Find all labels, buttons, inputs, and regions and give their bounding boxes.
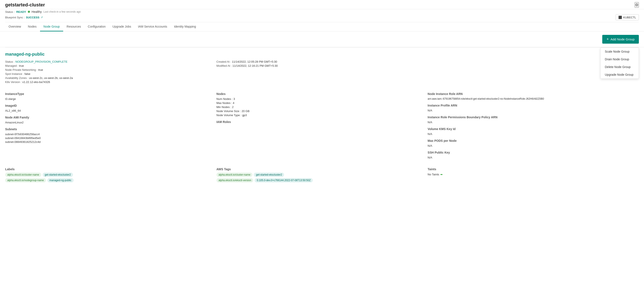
aws-tags-tag-row-2: alpha.eksctl.io/eksctl-version 0.105.0-d… [216,178,424,182]
node-group-header: managed-ng-public [5,52,639,57]
dropdown-delete-node-group[interactable]: Delete Node Group [600,63,639,71]
tab-nodes[interactable]: Nodes [24,22,40,31]
tab-identity-mapping[interactable]: Identity Mapping [171,22,200,31]
spot-instance-label: Spot Instance : [5,72,24,75]
status-info-row: Status : NODEGROUP_PROVISION_COMPLETE [5,60,213,63]
k8s-version-value: v1.22.12-eks-ba74326 [22,80,50,84]
cluster-title: getstarted-cluster [5,2,45,8]
tab-configuration[interactable]: Configuration [84,22,109,31]
status-value: READY [16,10,26,13]
aws-tag-chip-1: get-started-ekscluster2 [254,173,284,177]
node-ami-family-section-title: Node AMI Family [5,116,213,119]
node-volume-size-label: Node Volume Size : [216,109,241,113]
labels-section: Labels alpha.eksctl.io/cluster-name get-… [5,164,639,182]
label-chip-ng-0: alpha.eksctl.io/nodegroup-name [5,178,46,182]
instance-profile-arn-title: Instance Profile ARN [428,104,636,107]
external-link-icon[interactable]: ↗ [41,16,43,19]
managed-info-row: Managed : true [5,64,213,67]
labels-col: Labels alpha.eksctl.io/cluster-name get-… [5,164,216,182]
healthy-text: Healthy [32,10,42,13]
gear-button[interactable]: ⚙ [634,2,639,8]
node-volume-type-label: Node Volume Type : [216,114,242,117]
terminal-icon: ⬛ [618,16,622,19]
labels-section-title: Labels [5,167,213,171]
spot-instance-row: Spot Instance : false [5,72,213,75]
node-private-networking-value: true [38,68,43,71]
checkin-text: Last check-in a few seconds ago [44,10,81,13]
node-volume-size-row: Node Volume Size : 20 GB [216,109,424,113]
taints-progress-bar [440,174,442,175]
blueprint-label: Blueprint Sync : [5,16,24,19]
ssh-public-key-value: N/A [428,156,636,159]
image-id-section-title: ImageID [5,104,213,107]
kubectl-button[interactable]: ⬛ KUBECTL [616,14,639,20]
main-content: managed-ng-public Status : NODEGROUP_PRO… [0,47,644,191]
created-at-label: Created At : [216,60,231,63]
iam-roles-section-title: IAM Roles [216,120,424,124]
max-nodes-label: Max Nodes : [216,101,232,105]
modified-at-label: Modified At : [216,64,232,67]
instance-role-permissions-value: N/A [428,121,636,124]
tab-overview[interactable]: Overview [5,22,24,31]
max-pods-value: N/A [428,144,636,147]
aws-tags-tag-row: alpha.eksctl.io/cluster-name get-started… [216,173,424,177]
node-group-info-section: Status : NODEGROUP_PROVISION_COMPLETE Ma… [5,60,639,84]
right-detail-col: Node Instance Role ARN arn:aws:iam::6791… [428,89,639,160]
node-private-networking-label: Node Private Networking : [5,68,38,71]
blueprint-row: Blueprint Sync : SUCCESS ↗ ⬛ KUBECTL [0,14,644,22]
no-taints-row: No Taints [428,173,442,176]
k8s-version-row: K8s Version : v1.22.12-eks-ba74326 [5,80,213,84]
created-at-row: Created At : 11/14/2022, 12:05:28 PM GMT… [216,60,424,63]
left-detail-col: InstanceType t3.xlarge ImageID AL2_x86_6… [5,89,216,160]
info-col-middle: Created At : 11/14/2022, 12:05:28 PM GMT… [216,60,428,84]
min-nodes-row: Min Nodes : 2 [216,105,424,109]
node-volume-type-value: gp3 [242,114,247,117]
blueprint-status[interactable]: SUCCESS [26,16,40,19]
taints-section-title: Taints [428,167,636,171]
max-pods-title: Max PODS per Node [428,139,636,142]
tab-upgrade-jobs[interactable]: Upgrade Jobs [109,22,134,31]
add-node-group-button[interactable]: + Add Node Group [602,35,639,44]
dropdown-scale-node-group[interactable]: Scale Node Group [600,48,639,55]
status-info-value: NODEGROUP_PROVISION_COMPLETE [16,60,68,63]
az-row: Availability Zones : us-west-2c, us-west… [5,76,213,80]
tab-node-group[interactable]: Node Group [40,22,63,31]
az-value: us-west-2c, us-west-2b, us-west-2a [29,76,73,80]
dropdown-upgrade-node-group[interactable]: Upgrade Node Group [600,71,639,78]
node-private-networking-row: Node Private Networking : true [5,68,213,71]
managed-label: Managed : [5,64,18,67]
status-label: Status : [5,10,14,13]
node-instance-role-arn-title: Node Instance Role ARN [428,92,636,96]
labels-tag-row: alpha.eksctl.io/cluster-name get-started… [5,173,213,177]
volume-kms-key-title: Volume KMS Key Id [428,127,636,131]
node-ami-family-value: AmazonLinux2 [5,121,213,124]
nodes-detail-col: Nodes Num Nodes : 3 Max Nodes : 4 Min No… [216,89,428,160]
status-info-label: Status : [5,60,14,63]
dropdown-menu: Scale Node Group Drain Node Group Delete… [600,47,639,79]
tab-iam-service-accounts[interactable]: IAM Service Accounts [134,22,170,31]
aws-tags-section-title: AWS Tags [216,167,424,171]
app-header: getstarted-cluster ⚙ [0,0,644,9]
add-node-group-label: Add Node Group [610,37,634,41]
taints-col: Taints No Taints [428,164,639,182]
dropdown-drain-node-group[interactable]: Drain Node Group [600,55,639,63]
num-nodes-value: 3 [233,97,235,100]
tab-resources[interactable]: Resources [63,22,84,31]
node-group-title: managed-ng-public [5,52,44,57]
ssh-public-key-title: SSH Public Key [428,151,636,154]
subnet-1: subnet-09416843b895ed5e0 [5,136,213,140]
instance-role-permissions-title: Instance Role Permissions Boundary Polic… [428,115,636,119]
min-nodes-label: Min Nodes : [216,105,231,109]
spot-instance-value: false [24,72,30,75]
label-chip-0: alpha.eksctl.io/cluster-name [5,173,41,177]
node-volume-type-row: Node Volume Type : gp3 [216,114,424,117]
volume-kms-key-value: N/A [428,132,636,136]
node-volume-size-value: 20 GB [242,109,250,113]
health-dot-icon [28,11,30,13]
label-chip-1: get-started-ekscluster2 [42,173,73,177]
modified-at-value: 11/14/2022, 12:16:21 PM GMT+5:30 [232,64,278,67]
plus-icon: + [606,37,609,41]
min-nodes-value: 2 [232,105,234,109]
detail-section: InstanceType t3.xlarge ImageID AL2_x86_6… [5,89,639,160]
num-nodes-row: Num Nodes : 3 [216,97,424,100]
